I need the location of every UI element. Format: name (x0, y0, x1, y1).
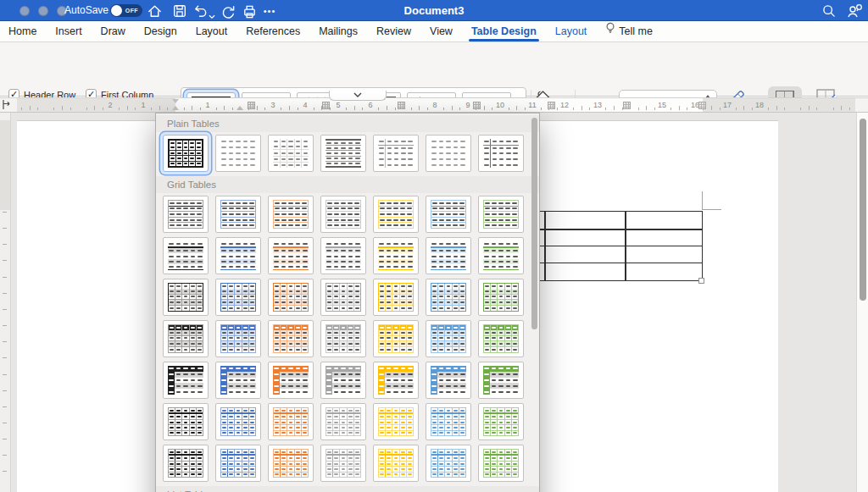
table-column-marker[interactable] (473, 102, 481, 109)
tab-references[interactable]: References (246, 21, 300, 42)
tab-review[interactable]: Review (376, 21, 411, 42)
table-style-option[interactable] (373, 403, 419, 440)
table-style-option[interactable] (268, 403, 314, 440)
minimize-window-button[interactable] (38, 6, 48, 16)
gallery-scrollbar-thumb[interactable] (531, 118, 537, 329)
table-style-option[interactable] (215, 320, 261, 357)
table-style-option[interactable] (373, 196, 419, 233)
table-style-option[interactable] (373, 237, 419, 274)
tab-table-design[interactable]: Table Design (471, 21, 537, 42)
table-style-option[interactable] (215, 279, 261, 316)
table-column-marker[interactable] (398, 102, 405, 109)
table-column-marker[interactable] (322, 102, 330, 109)
table-style-option[interactable] (373, 279, 419, 316)
table-style-option[interactable] (268, 279, 314, 316)
table-column-marker[interactable] (623, 102, 631, 109)
table-style-option[interactable] (163, 279, 209, 316)
table-style-option[interactable] (215, 362, 261, 399)
table-style-option[interactable] (268, 135, 314, 172)
table-style-option[interactable] (320, 279, 366, 316)
table-style-option-selected[interactable] (163, 135, 209, 172)
table-style-option[interactable] (215, 445, 261, 482)
tab-insert[interactable]: Insert (55, 21, 81, 42)
table-style-option[interactable] (426, 279, 471, 316)
table-style-option[interactable] (215, 135, 261, 172)
tab-layout[interactable]: Layout (555, 21, 587, 42)
table-style-option[interactable] (320, 237, 366, 274)
horizontal-ruler[interactable]: 2113456891011121315161718 (0, 97, 868, 113)
table-style-option[interactable] (373, 320, 419, 357)
tab-layout[interactable]: Layout (196, 21, 228, 42)
close-window-button[interactable] (19, 6, 30, 16)
tab-design[interactable]: Design (144, 21, 177, 42)
tab-view[interactable]: View (430, 21, 453, 42)
table-column-border[interactable] (625, 212, 626, 280)
table-style-option[interactable] (426, 237, 471, 274)
redo-icon[interactable] (219, 3, 236, 19)
hanging-indent-marker[interactable] (172, 106, 179, 110)
ruler-number: 18 (755, 101, 764, 109)
table-style-option[interactable] (478, 362, 524, 399)
table-column-marker[interactable] (248, 102, 255, 109)
table-resize-handle[interactable] (698, 278, 704, 284)
undo-icon[interactable] (192, 3, 209, 19)
table-style-option[interactable] (426, 196, 471, 233)
table-column-border[interactable] (544, 212, 546, 280)
gallery-expand-button[interactable] (329, 91, 387, 101)
table-style-option[interactable] (478, 320, 524, 357)
table-style-option[interactable] (268, 237, 314, 274)
tab-draw[interactable]: Draw (101, 21, 125, 42)
scrollbar-thumb[interactable] (860, 119, 866, 301)
tab-home[interactable]: Home (8, 21, 36, 42)
table-style-option[interactable] (163, 196, 209, 233)
table-style-option[interactable] (268, 196, 314, 233)
table-column-marker[interactable] (548, 102, 555, 109)
table-style-option[interactable] (426, 403, 471, 440)
table-style-option[interactable] (426, 445, 471, 482)
table-style-option[interactable] (373, 135, 419, 172)
table-style-option[interactable] (215, 196, 261, 233)
table-style-option[interactable] (426, 135, 471, 172)
print-icon[interactable] (241, 3, 258, 19)
table-column-marker[interactable] (698, 102, 706, 109)
table-style-option[interactable] (373, 362, 419, 399)
table-style-option[interactable] (163, 237, 209, 274)
table-style-option[interactable] (215, 403, 261, 440)
table-style-option[interactable] (478, 135, 524, 172)
table-style-option[interactable] (268, 445, 314, 482)
indent-marker[interactable] (236, 106, 243, 110)
more-commands-icon[interactable]: ••• (261, 3, 278, 19)
table-style-option[interactable] (320, 403, 366, 440)
table-style-option[interactable] (373, 445, 419, 482)
table-style-option[interactable] (320, 196, 366, 233)
table-style-option[interactable] (320, 362, 366, 399)
table-style-option[interactable] (320, 320, 366, 357)
table-style-option[interactable] (268, 362, 314, 399)
table-style-option[interactable] (163, 362, 209, 399)
first-line-indent-marker[interactable] (172, 99, 179, 103)
search-icon[interactable] (821, 3, 837, 19)
table-style-option[interactable] (163, 445, 209, 482)
autosave-toggle[interactable]: OFF (110, 4, 142, 17)
home-icon[interactable] (146, 3, 163, 19)
table-style-option[interactable] (320, 445, 366, 482)
tab-stop-selector[interactable] (1, 98, 13, 112)
table-style-option[interactable] (478, 237, 524, 274)
table-style-option[interactable] (426, 320, 471, 357)
table-style-option[interactable] (215, 237, 261, 274)
table-style-option[interactable] (163, 320, 209, 357)
document-scrollbar[interactable] (856, 113, 868, 492)
table-style-option[interactable] (478, 403, 524, 440)
table-style-option[interactable] (478, 196, 524, 233)
table-style-option[interactable] (478, 445, 524, 482)
table-style-option[interactable] (426, 362, 471, 399)
tab-tell-me[interactable]: Tell me (605, 21, 653, 42)
table-style-option[interactable] (478, 279, 524, 316)
account-icon[interactable] (846, 3, 863, 19)
table-style-option[interactable] (163, 403, 209, 440)
table-style-option[interactable] (268, 320, 314, 357)
vertical-ruler[interactable] (0, 113, 11, 492)
tab-mailings[interactable]: Mailings (319, 21, 358, 42)
table-style-option[interactable] (320, 135, 366, 172)
save-icon[interactable] (171, 3, 188, 19)
